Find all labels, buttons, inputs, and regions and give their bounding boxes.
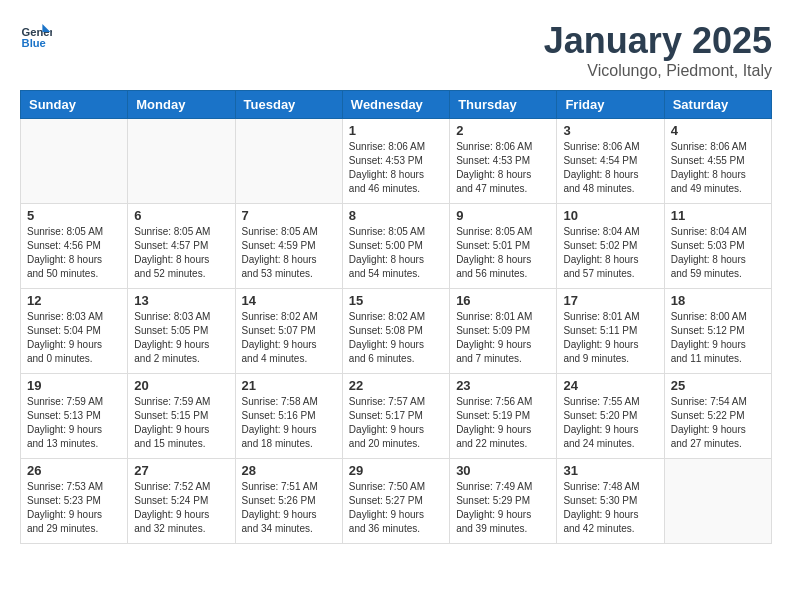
weekday-header-tuesday: Tuesday [235,91,342,119]
day-number: 6 [134,208,228,223]
day-info: Sunrise: 8:03 AM Sunset: 5:05 PM Dayligh… [134,310,228,366]
day-info: Sunrise: 8:06 AM Sunset: 4:54 PM Dayligh… [563,140,657,196]
svg-text:Blue: Blue [22,37,46,49]
day-number: 20 [134,378,228,393]
day-number: 25 [671,378,765,393]
calendar-cell: 9Sunrise: 8:05 AM Sunset: 5:01 PM Daylig… [450,204,557,289]
weekday-header-wednesday: Wednesday [342,91,449,119]
calendar-cell: 28Sunrise: 7:51 AM Sunset: 5:26 PM Dayli… [235,459,342,544]
calendar-cell: 25Sunrise: 7:54 AM Sunset: 5:22 PM Dayli… [664,374,771,459]
calendar-cell: 14Sunrise: 8:02 AM Sunset: 5:07 PM Dayli… [235,289,342,374]
day-info: Sunrise: 8:06 AM Sunset: 4:53 PM Dayligh… [349,140,443,196]
calendar-cell: 6Sunrise: 8:05 AM Sunset: 4:57 PM Daylig… [128,204,235,289]
day-info: Sunrise: 8:02 AM Sunset: 5:08 PM Dayligh… [349,310,443,366]
week-row-1: 1Sunrise: 8:06 AM Sunset: 4:53 PM Daylig… [21,119,772,204]
calendar-cell: 7Sunrise: 8:05 AM Sunset: 4:59 PM Daylig… [235,204,342,289]
calendar-cell: 23Sunrise: 7:56 AM Sunset: 5:19 PM Dayli… [450,374,557,459]
day-number: 7 [242,208,336,223]
calendar-cell: 3Sunrise: 8:06 AM Sunset: 4:54 PM Daylig… [557,119,664,204]
day-info: Sunrise: 8:04 AM Sunset: 5:03 PM Dayligh… [671,225,765,281]
day-info: Sunrise: 7:55 AM Sunset: 5:20 PM Dayligh… [563,395,657,451]
calendar-cell: 17Sunrise: 8:01 AM Sunset: 5:11 PM Dayli… [557,289,664,374]
day-info: Sunrise: 8:05 AM Sunset: 5:00 PM Dayligh… [349,225,443,281]
day-number: 9 [456,208,550,223]
day-number: 2 [456,123,550,138]
day-number: 17 [563,293,657,308]
calendar-subtitle: Vicolungo, Piedmont, Italy [544,62,772,80]
weekday-header-saturday: Saturday [664,91,771,119]
calendar-cell: 24Sunrise: 7:55 AM Sunset: 5:20 PM Dayli… [557,374,664,459]
page-header: General Blue January 2025 Vicolungo, Pie… [20,20,772,80]
day-number: 14 [242,293,336,308]
day-number: 3 [563,123,657,138]
calendar-table: SundayMondayTuesdayWednesdayThursdayFrid… [20,90,772,544]
day-number: 11 [671,208,765,223]
day-number: 26 [27,463,121,478]
week-row-5: 26Sunrise: 7:53 AM Sunset: 5:23 PM Dayli… [21,459,772,544]
day-number: 18 [671,293,765,308]
day-info: Sunrise: 7:58 AM Sunset: 5:16 PM Dayligh… [242,395,336,451]
calendar-cell: 8Sunrise: 8:05 AM Sunset: 5:00 PM Daylig… [342,204,449,289]
calendar-cell: 1Sunrise: 8:06 AM Sunset: 4:53 PM Daylig… [342,119,449,204]
day-number: 23 [456,378,550,393]
day-number: 16 [456,293,550,308]
calendar-cell: 31Sunrise: 7:48 AM Sunset: 5:30 PM Dayli… [557,459,664,544]
calendar-cell: 10Sunrise: 8:04 AM Sunset: 5:02 PM Dayli… [557,204,664,289]
day-info: Sunrise: 7:59 AM Sunset: 5:13 PM Dayligh… [27,395,121,451]
calendar-cell: 26Sunrise: 7:53 AM Sunset: 5:23 PM Dayli… [21,459,128,544]
title-block: January 2025 Vicolungo, Piedmont, Italy [544,20,772,80]
day-number: 22 [349,378,443,393]
day-info: Sunrise: 7:51 AM Sunset: 5:26 PM Dayligh… [242,480,336,536]
weekday-header-friday: Friday [557,91,664,119]
calendar-cell: 29Sunrise: 7:50 AM Sunset: 5:27 PM Dayli… [342,459,449,544]
day-info: Sunrise: 7:56 AM Sunset: 5:19 PM Dayligh… [456,395,550,451]
day-info: Sunrise: 7:50 AM Sunset: 5:27 PM Dayligh… [349,480,443,536]
calendar-cell: 21Sunrise: 7:58 AM Sunset: 5:16 PM Dayli… [235,374,342,459]
day-number: 12 [27,293,121,308]
calendar-cell: 4Sunrise: 8:06 AM Sunset: 4:55 PM Daylig… [664,119,771,204]
day-info: Sunrise: 7:52 AM Sunset: 5:24 PM Dayligh… [134,480,228,536]
day-number: 29 [349,463,443,478]
calendar-cell: 15Sunrise: 8:02 AM Sunset: 5:08 PM Dayli… [342,289,449,374]
day-number: 21 [242,378,336,393]
calendar-cell: 20Sunrise: 7:59 AM Sunset: 5:15 PM Dayli… [128,374,235,459]
day-info: Sunrise: 8:05 AM Sunset: 5:01 PM Dayligh… [456,225,550,281]
calendar-cell: 11Sunrise: 8:04 AM Sunset: 5:03 PM Dayli… [664,204,771,289]
calendar-cell [128,119,235,204]
calendar-cell [235,119,342,204]
day-number: 4 [671,123,765,138]
day-info: Sunrise: 8:01 AM Sunset: 5:09 PM Dayligh… [456,310,550,366]
day-info: Sunrise: 8:01 AM Sunset: 5:11 PM Dayligh… [563,310,657,366]
day-number: 5 [27,208,121,223]
day-info: Sunrise: 8:06 AM Sunset: 4:55 PM Dayligh… [671,140,765,196]
logo: General Blue [20,20,56,52]
day-info: Sunrise: 8:03 AM Sunset: 5:04 PM Dayligh… [27,310,121,366]
calendar-cell [21,119,128,204]
week-row-3: 12Sunrise: 8:03 AM Sunset: 5:04 PM Dayli… [21,289,772,374]
calendar-cell: 5Sunrise: 8:05 AM Sunset: 4:56 PM Daylig… [21,204,128,289]
day-info: Sunrise: 7:57 AM Sunset: 5:17 PM Dayligh… [349,395,443,451]
day-info: Sunrise: 8:04 AM Sunset: 5:02 PM Dayligh… [563,225,657,281]
day-info: Sunrise: 7:54 AM Sunset: 5:22 PM Dayligh… [671,395,765,451]
calendar-cell: 19Sunrise: 7:59 AM Sunset: 5:13 PM Dayli… [21,374,128,459]
day-info: Sunrise: 7:49 AM Sunset: 5:29 PM Dayligh… [456,480,550,536]
calendar-cell: 13Sunrise: 8:03 AM Sunset: 5:05 PM Dayli… [128,289,235,374]
calendar-cell: 2Sunrise: 8:06 AM Sunset: 4:53 PM Daylig… [450,119,557,204]
day-number: 15 [349,293,443,308]
day-info: Sunrise: 8:05 AM Sunset: 4:59 PM Dayligh… [242,225,336,281]
day-number: 27 [134,463,228,478]
day-number: 31 [563,463,657,478]
day-info: Sunrise: 8:05 AM Sunset: 4:57 PM Dayligh… [134,225,228,281]
day-number: 28 [242,463,336,478]
logo-icon: General Blue [20,20,52,52]
day-info: Sunrise: 8:00 AM Sunset: 5:12 PM Dayligh… [671,310,765,366]
day-number: 13 [134,293,228,308]
week-row-4: 19Sunrise: 7:59 AM Sunset: 5:13 PM Dayli… [21,374,772,459]
day-info: Sunrise: 8:05 AM Sunset: 4:56 PM Dayligh… [27,225,121,281]
calendar-cell: 30Sunrise: 7:49 AM Sunset: 5:29 PM Dayli… [450,459,557,544]
weekday-header-sunday: Sunday [21,91,128,119]
calendar-title: January 2025 [544,20,772,62]
calendar-cell [664,459,771,544]
day-number: 24 [563,378,657,393]
day-info: Sunrise: 7:59 AM Sunset: 5:15 PM Dayligh… [134,395,228,451]
